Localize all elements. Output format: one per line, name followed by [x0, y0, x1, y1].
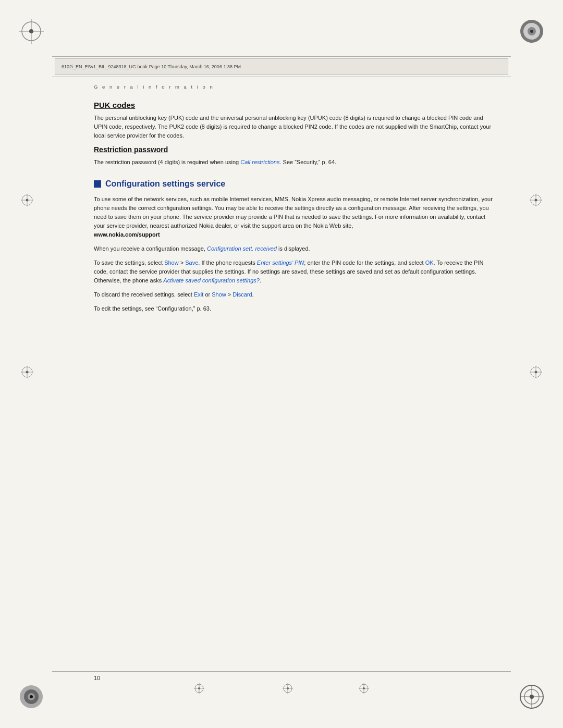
svg-point-40 [287, 687, 289, 689]
svg-point-24 [26, 371, 29, 374]
config-body1: To use some of the network services, suc… [94, 195, 495, 239]
restriction-password-heading: Restriction password [94, 145, 495, 154]
config-settings-square-icon [94, 180, 101, 188]
call-restrictions-link[interactable]: Call restrictions [240, 159, 279, 165]
config-body4-arrow: > [226, 291, 233, 298]
config-body4-mid: or [203, 291, 212, 298]
page-number: 10 [94, 675, 100, 681]
file-info-bar: 6102i_EN_ESv1_BIL_9248318_UG.book Page 1… [55, 58, 508, 75]
config-body2-part1: When you receive a configuration message… [94, 245, 207, 252]
config-body4-end: . [252, 291, 254, 298]
config-body2: When you receive a configuration message… [94, 244, 495, 253]
file-info-text: 6102i_EN_ESv1_BIL_9248318_UG.book Page 1… [62, 64, 241, 69]
bottom-line [52, 671, 511, 672]
corner-mark-tl [16, 16, 47, 47]
config-body4: To discard the received settings, select… [94, 290, 495, 299]
show-link[interactable]: Show [164, 260, 179, 266]
config-settings-heading: Configuration settings service [105, 179, 225, 189]
side-mark-left-1 [20, 193, 34, 209]
puk-codes-heading: PUK codes [94, 101, 495, 109]
svg-point-28 [535, 199, 537, 202]
config-body3-mid1: > [179, 260, 186, 266]
config-body2-part2: is displayed. [277, 245, 310, 252]
bottom-mark-right [358, 682, 370, 697]
page: 6102i_EN_ESv1_BIL_9248318_UG.book Page 1… [0, 0, 563, 728]
discard-link[interactable]: Discard [232, 291, 252, 298]
corner-mark-bl [16, 681, 47, 712]
config-body1-text: To use some of the network services, suc… [94, 196, 493, 229]
svg-point-7 [530, 30, 533, 33]
top-line-lower [52, 77, 511, 77]
bottom-mark-center [282, 682, 294, 697]
config-body5: To edit the settings, see “Configuration… [94, 304, 495, 313]
main-content: G e n e r a l i n f o r m a t i o n PUK … [94, 83, 495, 665]
puk-codes-body: The personal unblocking key (PUK) code a… [94, 114, 495, 140]
show-link-2[interactable]: Show [212, 291, 226, 298]
config-body3-part1: To save the settings, select [94, 260, 164, 266]
save-link[interactable]: Save [185, 260, 198, 266]
svg-point-16 [530, 695, 534, 699]
svg-point-36 [198, 687, 200, 689]
config-body3-mid3: ; enter the PIN code for the settings, a… [304, 260, 425, 266]
corner-mark-br [516, 681, 547, 712]
svg-point-20 [26, 199, 29, 202]
side-mark-right-1 [529, 193, 543, 209]
enter-settings-pin-link[interactable]: Enter settings’ PIN [257, 260, 304, 266]
ok-link[interactable]: OK [425, 260, 434, 266]
section-label: G e n e r a l i n f o r m a t i o n [94, 83, 495, 91]
restriction-password-body: The restriction password (4 digits) is r… [94, 158, 495, 167]
side-mark-left-2 [20, 365, 34, 381]
activate-settings-link[interactable]: Activate saved configuration settings? [163, 277, 260, 283]
nokia-url[interactable]: www.nokia.com/support [94, 231, 160, 238]
side-mark-right-2 [529, 365, 543, 381]
config-body3-mid2: . If the phone requests [198, 260, 257, 266]
top-line-upper [52, 56, 511, 57]
config-body4-part1: To discard the received settings, select [94, 291, 194, 298]
config-settings-heading-container: Configuration settings service [94, 179, 495, 189]
svg-point-3 [29, 29, 33, 33]
config-body3-end: . [260, 277, 261, 283]
exit-link[interactable]: Exit [194, 291, 203, 298]
restriction-body-part2: . See “Security,” p. 64. [279, 159, 336, 165]
svg-point-11 [30, 695, 33, 698]
svg-point-44 [363, 687, 365, 689]
config-sett-received-link[interactable]: Configuration sett. received [207, 245, 277, 252]
corner-mark-tr [516, 16, 547, 47]
config-body3: To save the settings, select Show > Save… [94, 258, 495, 285]
bottom-mark-left [193, 682, 205, 697]
svg-point-32 [535, 371, 537, 374]
restriction-body-part1: The restriction password (4 digits) is r… [94, 159, 240, 165]
